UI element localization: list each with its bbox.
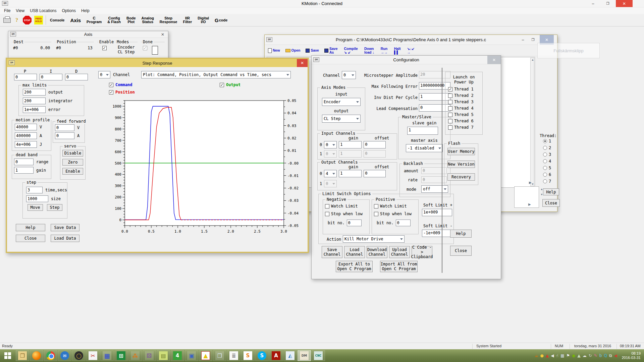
- thread-radio-row[interactable]: 2: [543, 145, 551, 150]
- sr-close-button[interactable]: Close: [16, 235, 45, 242]
- taskbar-icon[interactable]: ❒: [16, 350, 29, 361]
- program-minimize-button[interactable]: –: [518, 35, 528, 45]
- taskbar-icon[interactable]: S: [255, 350, 269, 361]
- flash-button[interactable]: Recovery: [447, 173, 475, 181]
- tray-icon[interactable]: ▦: [560, 353, 564, 358]
- program-toolbar-button[interactable]: SaveAs: [324, 47, 338, 54]
- toolbar-button[interactable]: Digital I/O: [198, 16, 209, 24]
- taskbar-icon[interactable]: [30, 350, 43, 361]
- tray-icon[interactable]: Q: [604, 353, 607, 358]
- motion-profile-field[interactable]: 4e+006: [15, 141, 37, 148]
- toolbar-button[interactable]: C Program: [87, 16, 102, 24]
- master-axis-select[interactable]: -1 disabled: [406, 144, 443, 152]
- tray-icon[interactable]: ◉: [572, 353, 575, 358]
- taskbar-icon[interactable]: ◭: [283, 350, 297, 361]
- config-channel-button[interactable]: C Code ->Clipboard: [412, 246, 432, 258]
- launch-thread-row[interactable]: Thread 3: [448, 100, 482, 104]
- sr-channel-select[interactable]: 0: [98, 71, 110, 78]
- program-toolbar-button[interactable]: Download ↓: [363, 47, 374, 54]
- servo-button[interactable]: Zero: [62, 159, 83, 166]
- step-close-icon[interactable]: ✕: [297, 59, 308, 67]
- config-help-button[interactable]: Help: [450, 230, 472, 238]
- program-toolbar-button[interactable]: Open: [285, 49, 301, 52]
- step-field[interactable]: 1000: [26, 195, 48, 202]
- config-channel-button[interactable]: SaveChannel: [322, 246, 342, 258]
- neg-watch-row[interactable]: Watch Limit: [325, 204, 369, 208]
- backlash-mode-select[interactable]: off: [421, 185, 448, 193]
- config-close-button[interactable]: Close: [450, 246, 472, 256]
- tray-icon[interactable]: ☕: [535, 353, 538, 358]
- program-help-button[interactable]: Help: [543, 188, 559, 195]
- taskbar-icon[interactable]: ▲: [199, 350, 212, 361]
- launch-thread-row[interactable]: Thread 5: [448, 112, 482, 117]
- tray-icon[interactable]: ⚑: [566, 353, 570, 358]
- launch-thread-row[interactable]: ✓ Thread 1: [448, 87, 482, 92]
- output-ch0-select[interactable]: 4: [324, 170, 337, 177]
- sr-help-button[interactable]: Help: [16, 224, 45, 231]
- feed-forward-field[interactable]: 0: [55, 132, 74, 139]
- program-toolbar-button[interactable]: Compile↘ ↙: [343, 47, 358, 54]
- p-field[interactable]: 0: [14, 74, 37, 80]
- taskbar-icon[interactable]: ▤: [157, 350, 170, 361]
- taskbar-icon[interactable]: ✉: [58, 350, 71, 361]
- minimize-button[interactable]: –: [586, 0, 600, 7]
- output-checkbox-row[interactable]: ✓ Output: [220, 82, 240, 87]
- launch-thread-row[interactable]: Thread 6: [448, 119, 482, 123]
- input-ch0-offset[interactable]: 0: [364, 141, 386, 148]
- output-pane[interactable]: [514, 186, 539, 208]
- toolbar-button[interactable]: Analog Status: [142, 16, 154, 24]
- soft-limit-minus-field[interactable]: -1e+009: [422, 230, 452, 237]
- program-maximize-button[interactable]: ❐: [528, 35, 538, 45]
- command-checkbox-row[interactable]: ✓ Command: [109, 82, 132, 87]
- menu-item[interactable]: Help: [78, 8, 92, 14]
- toolbar-button[interactable]: Config & Flash: [107, 16, 121, 24]
- taskbar-icon[interactable]: ❐: [213, 350, 226, 361]
- launch-thread-row[interactable]: Thread 4: [448, 106, 482, 111]
- taskbar-icon[interactable]: ▣: [185, 350, 198, 361]
- step-field[interactable]: 3: [26, 187, 43, 193]
- action-select[interactable]: Kill Motor Drive: [343, 235, 405, 243]
- pos-stop-row[interactable]: Stop when low: [374, 212, 418, 216]
- max-limit-field[interactable]: 200: [23, 89, 46, 96]
- taskbar-icon[interactable]: ◯: [72, 350, 86, 361]
- stop-icon[interactable]: STOP: [23, 16, 32, 24]
- config-channel-button[interactable]: UploadChannel: [389, 246, 410, 258]
- program-toolbar-button[interactable]: ↘↓↙→: [406, 47, 415, 54]
- input-ch0-select[interactable]: 0: [324, 141, 337, 148]
- max-limit-field[interactable]: 1e+006: [23, 106, 46, 113]
- program-close-bottom-button[interactable]: Close: [542, 199, 560, 207]
- menu-item[interactable]: Options: [59, 8, 78, 14]
- tray-icon[interactable]: b: [599, 353, 602, 358]
- d-field[interactable]: 0: [65, 74, 88, 80]
- start-button[interactable]: [0, 349, 15, 362]
- step-action-button[interactable]: Step: [47, 204, 62, 211]
- output-hscroll-right-icon[interactable]: ▶: [528, 202, 531, 206]
- menu-item[interactable]: View: [13, 8, 27, 14]
- input-ch0-gain[interactable]: 1: [339, 141, 362, 148]
- tray-icon[interactable]: ▲: [546, 353, 549, 358]
- toolbar-button[interactable]: G code: [215, 18, 227, 22]
- dead-band-field[interactable]: 0: [14, 159, 34, 165]
- editor-vscrollbar[interactable]: ▲ ▼: [530, 58, 534, 186]
- tray-icon[interactable]: ●: [540, 353, 544, 358]
- launch-thread-row[interactable]: Thread 2: [448, 93, 482, 98]
- output-mode-select[interactable]: CL Step: [322, 115, 361, 123]
- help-icon[interactable]: ?: [15, 17, 18, 23]
- soft-limit-plus-field[interactable]: 1e+009: [422, 209, 452, 216]
- import-all-button[interactable]: Import All fromOpen C Program: [380, 261, 418, 272]
- toolbar-button[interactable]: Step Response: [160, 16, 177, 24]
- toolbar-button[interactable]: Console: [50, 18, 64, 22]
- thread-radio-row[interactable]: 6: [543, 172, 551, 177]
- i-field[interactable]: 0: [40, 74, 62, 80]
- sr-plot-select[interactable]: Plot: Command, Position, Output Command …: [141, 71, 291, 78]
- slave-gain-field[interactable]: 1: [407, 127, 438, 135]
- pos-bit-field[interactable]: 0: [396, 220, 411, 226]
- tray-icon[interactable]: ☁: [583, 353, 587, 358]
- close-button[interactable]: ✕: [616, 0, 633, 7]
- taskbar-icon[interactable]: ⊞: [114, 350, 128, 361]
- flash-button[interactable]: User Memory: [447, 148, 475, 155]
- print-icon[interactable]: [3, 18, 11, 23]
- sr-save-data-button[interactable]: Save Data: [51, 224, 79, 231]
- menu-item[interactable]: USB Locations: [27, 8, 59, 14]
- export-all-button[interactable]: Export All toOpen C Program: [336, 261, 373, 272]
